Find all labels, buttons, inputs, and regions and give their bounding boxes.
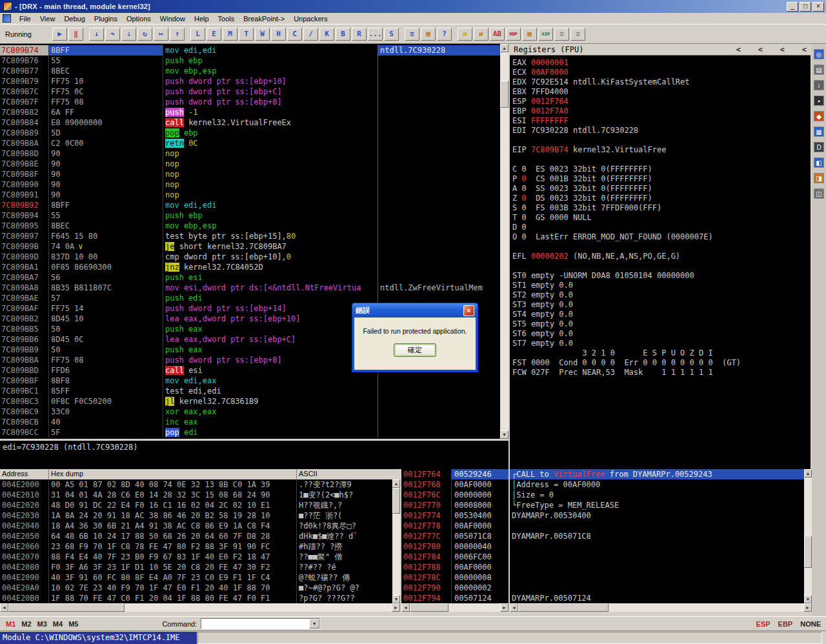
flag-ebp[interactable]: EBP <box>778 620 793 628</box>
hexdump-col-hex[interactable]: Hex dump <box>49 469 297 479</box>
scroll-thumb[interactable] <box>410 603 448 612</box>
plugin-hbp-button[interactable]: HBP <box>506 28 521 41</box>
side-icon-dark[interactable]: ▪ <box>814 96 824 106</box>
toolbar-letter-w[interactable]: W <box>255 28 270 41</box>
side-icon-flame[interactable]: ◆ <box>814 111 824 121</box>
register-line[interactable] <box>512 242 811 252</box>
run-button[interactable]: ▶ <box>52 28 67 41</box>
disasm-row[interactable]: 7C809BCB40inc eax <box>0 417 500 427</box>
memory-tab-m2[interactable]: M2 <box>21 620 31 628</box>
ok-button[interactable]: 確定 <box>394 343 436 357</box>
register-line[interactable]: ST2 empty 0.0 <box>512 290 811 300</box>
hexdump-row[interactable]: 004E20301A 8A 24 20 91 18 AC 38 86 46 20… <box>0 510 400 521</box>
plugin-map-button[interactable]: ▦ <box>522 28 537 41</box>
disasm-row[interactable]: 7C809B84E8 09000000call kernel32.Virtual… <box>0 117 500 128</box>
menu-item-file[interactable]: File <box>15 15 35 23</box>
hexdump-row[interactable]: 004E2080F0 3F A6 3F 23 1F D1 10 5E 20 C8… <box>0 562 400 572</box>
disasm-row[interactable]: 7C809B895Dpop ebp <box>0 128 500 138</box>
mdi-child-icon[interactable] <box>3 14 11 23</box>
disasm-row[interactable]: 7C809B958BECmov ebp,esp <box>0 221 500 231</box>
stack-row[interactable]: 0012F76800AF0000 <box>401 479 509 490</box>
scroll-track[interactable] <box>500 52 509 430</box>
scroll-up-icon[interactable]: ▲ <box>392 479 400 488</box>
stack-comment-line[interactable] <box>510 562 804 572</box>
hexdump-row[interactable]: 004E200000 A5 01 87 02 8D 40 08 74 0E 32… <box>0 479 400 490</box>
stack-row[interactable]: 0012F78000000040 <box>401 541 509 552</box>
register-line[interactable]: EDX 7C92E514 ntdll.KiFastSystemCallRet <box>512 77 811 87</box>
command-value[interactable] <box>201 619 309 629</box>
register-line[interactable]: ST5 empty 0.0 <box>512 319 811 329</box>
disasm-row[interactable]: 7C809BA10F85 86690300jnz kernel32.7C8405… <box>0 262 500 272</box>
menu-item-breakpoint[interactable]: BreakPoint-> <box>239 15 289 23</box>
scroll-right-icon[interactable]: ► <box>803 603 812 612</box>
toolbar-letter-k[interactable]: K <box>319 28 334 41</box>
minimize-button[interactable]: _ <box>787 2 798 12</box>
scroll-track[interactable] <box>410 603 500 612</box>
stack-row[interactable]: 0012F77000008000 <box>401 500 509 510</box>
menu-item-debug[interactable]: Debug <box>59 15 89 23</box>
disasm-row[interactable]: 7C809BC933C0xor eax,eax <box>0 407 500 417</box>
register-line[interactable]: ST1 empty 0.0 <box>512 281 811 290</box>
toolbar-letter-e[interactable]: E <box>206 28 221 41</box>
hexdump-row[interactable]: 004E204018 A4 36 30 6B 21 A4 91 38 AC C8… <box>0 521 400 531</box>
scroll-up-icon[interactable]: ▲ <box>500 44 509 52</box>
side-icon-blue[interactable]: ◧ <box>814 157 824 168</box>
appearance-button[interactable]: ▦ <box>421 28 436 41</box>
stack-comment-line[interactable]: DYAMARPr.00530400 <box>510 510 804 521</box>
hexdump-row[interactable]: 004E205064 48 6B 10 24 17 88 50 68 26 20… <box>0 531 400 541</box>
close-button[interactable]: × <box>812 2 824 12</box>
comments-hscrollbar[interactable]: ◄ ► <box>510 603 812 612</box>
scroll-right-icon[interactable]: ► <box>500 603 509 612</box>
toolbar-letter-s[interactable]: S <box>384 28 399 41</box>
stack-row[interactable]: 0012F79000000002 <box>401 583 509 593</box>
menu-item-plugins[interactable]: Plugins <box>90 15 122 23</box>
stack-row[interactable]: 0012F78800AF0000 <box>401 562 509 572</box>
side-icon-updown[interactable]: ↕ <box>814 80 824 90</box>
register-line[interactable]: Z 0 DS 0023 32bit 0(FFFFFFFF) <box>512 194 811 203</box>
scroll-track[interactable] <box>392 488 400 595</box>
scroll-track[interactable] <box>8 603 392 612</box>
hexdump-row[interactable]: 004E209040 3F 91 60 FC 80 8F E4 A0 7F 23… <box>0 572 400 583</box>
flag-none[interactable]: NONE <box>800 620 821 628</box>
stack-row[interactable]: 0012F77400530400 <box>401 510 509 521</box>
hexdump-row[interactable]: 004E202048 D0 91 DC 22 E4 F0 16 C1 16 02… <box>0 500 400 510</box>
register-line[interactable]: P 0 CS 001B 32bit 0(FFFFFFFF) <box>512 174 811 184</box>
stack-comment-line[interactable]: ┌CALL to VirtualFree from DYAMARPr.00529… <box>510 469 804 479</box>
side-icon-gray[interactable]: ◫ <box>814 188 824 199</box>
scroll-thumb[interactable] <box>500 81 509 108</box>
disasm-row[interactable]: 7C809B8D90nop <box>0 148 500 159</box>
scroll-up-icon[interactable]: ▲ <box>804 469 812 478</box>
restore-button[interactable]: □ <box>800 2 811 12</box>
register-line[interactable]: EBX 7FFD4000 <box>512 87 811 97</box>
scroll-thumb[interactable] <box>8 603 125 612</box>
help-button[interactable]: ? <box>437 28 452 41</box>
register-line[interactable]: EFL 00000202 (NO,NB,NE,A,NS,PO,GE,G) <box>512 252 811 261</box>
scroll-down-icon[interactable]: ▼ <box>804 595 812 603</box>
plugin-swap-yellow-button[interactable]: ⇄ <box>458 28 472 41</box>
hexdump-row[interactable]: 004E201031 04 01 4A 28 C6 E0 14 28 32 3C… <box>0 490 400 500</box>
toolbar-letter-slash[interactable]: / <box>303 28 318 41</box>
toolbar-letter-c[interactable]: C <box>287 28 302 41</box>
scroll-down-icon[interactable]: ▼ <box>500 430 509 439</box>
toolbar-letter-h[interactable]: H <box>271 28 286 41</box>
disasm-row[interactable]: 7C809B8AC2 0C00retn 0C <box>0 138 500 148</box>
hexdump-col-ascii[interactable]: ASCII <box>297 469 400 479</box>
memory-tab-m3[interactable]: M3 <box>37 620 47 628</box>
stack-row[interactable]: 0012F76400529246 <box>401 469 509 479</box>
disasm-row[interactable]: 7C809B9455push ebp <box>0 210 500 221</box>
register-line[interactable]: C 0 ES 0023 32bit 0(FFFFFFFF) <box>512 165 811 174</box>
disasm-row[interactable]: 7C809B9090nop <box>0 179 500 190</box>
menu-item-unpackers[interactable]: Unpackers <box>289 15 332 23</box>
disasm-row[interactable]: 7C809B9B74 0A∨je short kernel32.7C809BA7 <box>0 241 500 252</box>
flag-esp[interactable]: ESP <box>756 620 771 628</box>
register-line[interactable] <box>512 136 811 145</box>
options-button[interactable]: ≡ <box>405 28 419 41</box>
menu-item-help[interactable]: Help <box>190 15 214 23</box>
toolbar-letter-dots[interactable]: ... <box>368 28 383 41</box>
register-line[interactable]: EAX 00000001 <box>512 58 811 68</box>
disasm-row[interactable]: 7C809B7CFF75 0Cpush dword ptr ss:[ebp+C] <box>0 86 500 97</box>
command-input[interactable]: ▼ <box>201 618 320 629</box>
disasm-row[interactable]: 7C809B97F645 15 80test byte ptr ss:[ebp+… <box>0 231 500 241</box>
disasm-row[interactable]: 7C809B778BECmov ebp,esp <box>0 66 500 76</box>
stack-comment-line[interactable] <box>510 541 804 552</box>
